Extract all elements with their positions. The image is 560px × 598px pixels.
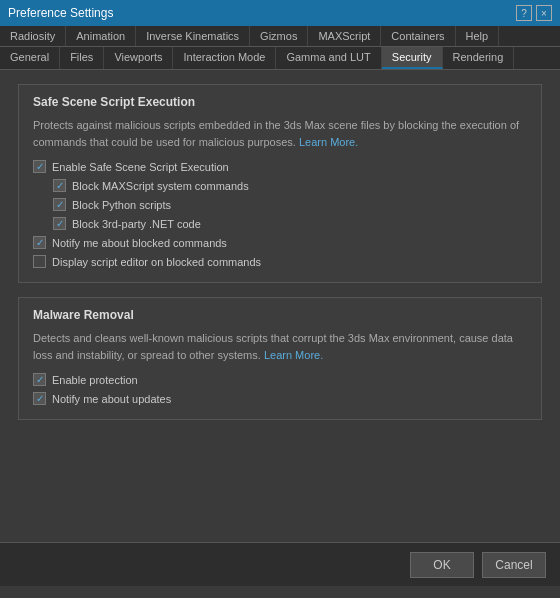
malware-checkboxes: Enable protectionNotify me about updates <box>33 373 527 405</box>
close-button[interactable]: × <box>536 5 552 21</box>
tab-maxscript[interactable]: MAXScript <box>308 26 381 46</box>
tabs-row2: GeneralFilesViewportsInteraction ModeGam… <box>0 47 560 70</box>
checkbox-item-displayScript[interactable]: Display script editor on blocked command… <box>33 255 527 268</box>
tab-interaction-mode[interactable]: Interaction Mode <box>173 47 276 69</box>
checkbox-label-notifyBlocked: Notify me about blocked commands <box>52 237 227 249</box>
checkbox-item-notifyBlocked[interactable]: Notify me about blocked commands <box>33 236 527 249</box>
checkbox-label-displayScript: Display script editor on blocked command… <box>52 256 261 268</box>
tab-inverse-kinematics[interactable]: Inverse Kinematics <box>136 26 250 46</box>
content-area: Safe Scene Script Execution Protects aga… <box>0 70 560 542</box>
safe-scene-desc: Protects against malicious scripts embed… <box>33 117 527 150</box>
checkbox-enableSafe[interactable] <box>33 160 46 173</box>
checkbox-displayScript[interactable] <box>33 255 46 268</box>
tab-help[interactable]: Help <box>456 26 500 46</box>
title-bar: Preference Settings ? × <box>0 0 560 26</box>
checkbox-item-enableSafe[interactable]: Enable Safe Scene Script Execution <box>33 160 527 173</box>
tab-rendering[interactable]: Rendering <box>443 47 515 69</box>
checkbox-item-blockMAX[interactable]: Block MAXScript system commands <box>53 179 527 192</box>
tabs-row1: RadiosityAnimationInverse KinematicsGizm… <box>0 26 560 47</box>
checkbox-label-notifyUpdates: Notify me about updates <box>52 393 171 405</box>
ok-button[interactable]: OK <box>410 552 474 578</box>
help-button[interactable]: ? <box>516 5 532 21</box>
checkbox-blockNet[interactable] <box>53 217 66 230</box>
tab-gizmos[interactable]: Gizmos <box>250 26 308 46</box>
checkbox-notifyUpdates[interactable] <box>33 392 46 405</box>
checkbox-label-blockNet: Block 3rd-party .NET code <box>72 218 201 230</box>
tab-radiosity[interactable]: Radiosity <box>0 26 66 46</box>
tab-animation[interactable]: Animation <box>66 26 136 46</box>
checkbox-notifyBlocked[interactable] <box>33 236 46 249</box>
title-bar-controls: ? × <box>516 5 552 21</box>
checkbox-blockPython[interactable] <box>53 198 66 211</box>
footer-bar: OK Cancel <box>0 542 560 586</box>
tab-security[interactable]: Security <box>382 47 443 69</box>
malware-title: Malware Removal <box>33 308 527 322</box>
checkbox-blockMAX[interactable] <box>53 179 66 192</box>
malware-section: Malware Removal Detects and cleans well-… <box>18 297 542 420</box>
checkbox-enableProtection[interactable] <box>33 373 46 386</box>
tab-viewports[interactable]: Viewports <box>104 47 173 69</box>
checkbox-label-blockPython: Block Python scripts <box>72 199 171 211</box>
checkbox-label-blockMAX: Block MAXScript system commands <box>72 180 249 192</box>
tab-general[interactable]: General <box>0 47 60 69</box>
checkbox-item-blockNet[interactable]: Block 3rd-party .NET code <box>53 217 527 230</box>
safe-scene-checkboxes: Enable Safe Scene Script ExecutionBlock … <box>33 160 527 268</box>
checkbox-item-blockPython[interactable]: Block Python scripts <box>53 198 527 211</box>
tab-containers[interactable]: Containers <box>381 26 455 46</box>
malware-desc: Detects and cleans well-known malicious … <box>33 330 527 363</box>
malware-learn-more[interactable]: Learn More. <box>264 349 323 361</box>
checkbox-label-enableProtection: Enable protection <box>52 374 138 386</box>
tab-files[interactable]: Files <box>60 47 104 69</box>
title-bar-left: Preference Settings <box>8 6 113 20</box>
safe-scene-section: Safe Scene Script Execution Protects aga… <box>18 84 542 283</box>
checkbox-item-enableProtection[interactable]: Enable protection <box>33 373 527 386</box>
checkbox-label-enableSafe: Enable Safe Scene Script Execution <box>52 161 229 173</box>
window-title: Preference Settings <box>8 6 113 20</box>
safe-scene-learn-more[interactable]: Learn More. <box>299 136 358 148</box>
tab-gamma-and-lut[interactable]: Gamma and LUT <box>276 47 381 69</box>
safe-scene-title: Safe Scene Script Execution <box>33 95 527 109</box>
cancel-button[interactable]: Cancel <box>482 552 546 578</box>
checkbox-item-notifyUpdates[interactable]: Notify me about updates <box>33 392 527 405</box>
